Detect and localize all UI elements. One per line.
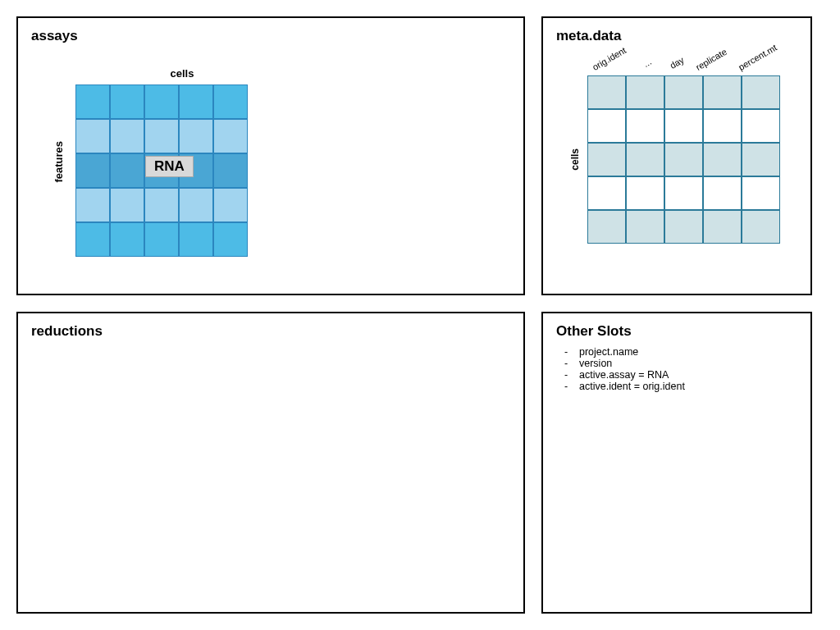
assay-rna-tag: RNA — [145, 156, 194, 177]
slot-version: version — [564, 358, 797, 369]
col-replicate: replicate — [694, 47, 728, 72]
assays-panel: assays cells features RNA — [16, 16, 525, 295]
metadata-panel: meta.data orig.ident ... day replicate p… — [541, 16, 812, 295]
assays-matrix: cells features RNA — [75, 67, 289, 257]
reductions-panel: reductions — [16, 312, 525, 614]
metadata-matrix: orig.ident ... day replicate percent.mt … — [587, 75, 780, 244]
metadata-column-labels: orig.ident ... day replicate percent.mt — [587, 62, 780, 72]
reductions-title: reductions — [31, 323, 510, 340]
metadata-grid — [587, 75, 780, 244]
assays-rows-label: features — [52, 67, 65, 257]
slot-project-name: project.name — [564, 346, 797, 358]
metadata-rows-label: cells — [569, 75, 581, 244]
other-slots-title: Other Slots — [556, 323, 797, 340]
col-day: day — [665, 53, 688, 72]
col-ellipsis: ... — [636, 53, 659, 72]
col-orig-ident: orig.ident — [591, 45, 628, 72]
assays-cols-label: cells — [75, 67, 289, 80]
slot-active-assay: active.assay = RNA — [564, 369, 797, 381]
slot-active-ident: active.ident = orig.ident — [564, 381, 797, 392]
other-slots-panel: Other Slots project.name version active.… — [541, 312, 812, 614]
assays-title: assays — [31, 28, 510, 44]
metadata-title: meta.data — [556, 28, 797, 44]
other-slots-list: project.name version active.assay = RNA … — [564, 346, 797, 392]
col-percent-mt: percent.mt — [737, 44, 775, 72]
